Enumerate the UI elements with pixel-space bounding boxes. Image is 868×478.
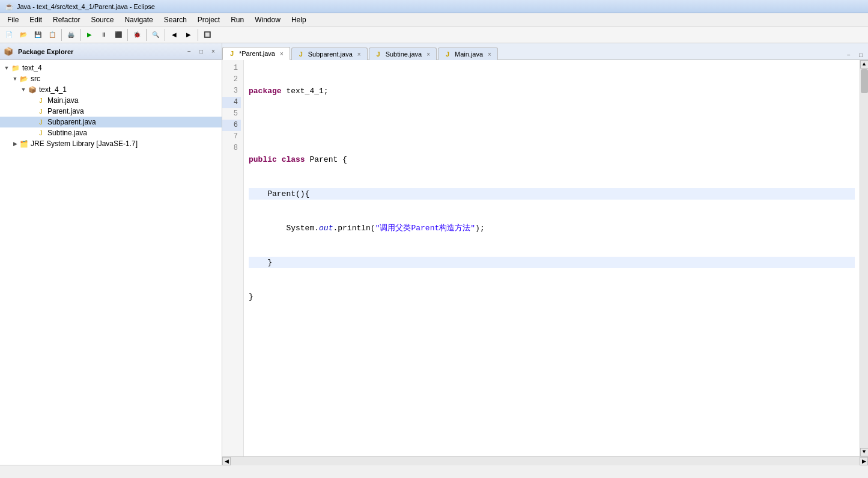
menu-source[interactable]: Source bbox=[86, 14, 118, 25]
menu-search[interactable]: Search bbox=[159, 14, 192, 25]
menu-run[interactable]: Run bbox=[226, 14, 249, 25]
line-num-7: 7 bbox=[222, 131, 241, 142]
code-line-8 bbox=[249, 325, 855, 337]
code-line-7: } bbox=[249, 291, 855, 302]
save-button[interactable]: 💾 bbox=[31, 28, 44, 41]
panel-close-icon[interactable]: × bbox=[208, 47, 218, 57]
tree-label-text41: text_4_1 bbox=[39, 85, 67, 94]
java-file-subtine-icon: J bbox=[36, 128, 46, 138]
tree-item-text41[interactable]: ▼ 📦 text_4_1 bbox=[0, 84, 222, 95]
print-button[interactable]: 🖨️ bbox=[64, 28, 77, 41]
editor-minimize-icon[interactable]: − bbox=[844, 50, 854, 60]
menu-file[interactable]: File bbox=[2, 14, 23, 25]
window-title: Java - text_4/src/text_4_1/Parent.java -… bbox=[17, 3, 155, 10]
tree-arrow-main: ▶ bbox=[28, 96, 36, 105]
code-line-5: System.out.println("调用父类Parent构造方法"); bbox=[249, 222, 855, 234]
pause-button[interactable]: ⏸ bbox=[97, 28, 111, 41]
toolbar-sep-3 bbox=[127, 29, 128, 41]
tree-arrow-src: ▼ bbox=[11, 75, 19, 83]
perspective-button[interactable]: 🔲 bbox=[201, 28, 214, 41]
hscroll-right-btn[interactable]: ▶ bbox=[860, 457, 868, 465]
tree-item-src[interactable]: ▼ 📂 src bbox=[0, 73, 222, 84]
tree-item-subtine[interactable]: ▶ J Subtine.java bbox=[0, 127, 222, 138]
tree-label-jre: JRE System Library [JavaSE-1.7] bbox=[31, 139, 138, 148]
menu-project[interactable]: Project bbox=[193, 14, 225, 25]
tree-item-parent[interactable]: ▶ J Parent.java bbox=[0, 106, 222, 117]
menu-refactor[interactable]: Refactor bbox=[48, 14, 85, 25]
tree-label-src: src bbox=[31, 75, 40, 83]
tab-main-label: Main.java bbox=[455, 51, 483, 58]
debug-button[interactable]: 🐞 bbox=[130, 28, 144, 41]
tree-label-subparent: Subparent.java bbox=[47, 118, 96, 126]
tree-arrow-subtine: ▶ bbox=[28, 129, 36, 137]
line-num-6: 6 bbox=[222, 120, 241, 131]
prev-button[interactable]: ◀ bbox=[168, 28, 181, 41]
menu-window[interactable]: Window bbox=[250, 14, 285, 25]
java-file-main-icon: J bbox=[36, 96, 46, 105]
tree-arrow-text41: ▼ bbox=[19, 85, 28, 94]
menu-help[interactable]: Help bbox=[287, 14, 311, 25]
editor-area: J *Parent.java × J Subparent.java × J Su… bbox=[222, 43, 868, 465]
line-numbers: 1 2 3 4 5 6 7 8 bbox=[222, 60, 244, 456]
toolbar-sep-4 bbox=[146, 29, 147, 41]
tab-subtine-java-icon: J bbox=[374, 50, 383, 58]
code-editor[interactable]: 1 2 3 4 5 6 7 8 package text_4_1; public… bbox=[222, 60, 868, 456]
main-layout: 📦 Package Explorer − □ × ▼ 📁 text_4 ▼ 📂 … bbox=[0, 43, 868, 465]
tab-subtine[interactable]: J Subtine.java × bbox=[369, 47, 437, 60]
line-num-4: 4 bbox=[222, 97, 241, 108]
src-folder-icon: 📂 bbox=[19, 74, 29, 84]
code-line-4: Parent(){ bbox=[249, 188, 855, 200]
hscroll-left-btn[interactable]: ◀ bbox=[222, 457, 231, 465]
open-button[interactable]: 📂 bbox=[17, 28, 30, 41]
tabs-bar: J *Parent.java × J Subparent.java × J Su… bbox=[222, 43, 868, 60]
stop-button[interactable]: ⬛ bbox=[112, 28, 125, 41]
next-button[interactable]: ▶ bbox=[182, 28, 195, 41]
vscroll-track bbox=[860, 69, 869, 448]
menu-edit[interactable]: Edit bbox=[25, 14, 47, 25]
tab-parent-close[interactable]: × bbox=[280, 51, 284, 57]
code-line-6: } bbox=[249, 257, 855, 268]
code-line-3: public class Parent { bbox=[249, 154, 855, 165]
search-button[interactable]: 🔍 bbox=[149, 28, 162, 41]
run-button[interactable]: ▶ bbox=[83, 28, 96, 41]
toolbar-sep-1 bbox=[61, 29, 62, 41]
panel-minimize-icon[interactable]: − bbox=[184, 47, 194, 57]
tab-parent[interactable]: J *Parent.java × bbox=[222, 47, 290, 60]
tree-item-jre[interactable]: ▶ 🗂️ JRE System Library [JavaSE-1.7] bbox=[0, 138, 222, 149]
menu-navigate[interactable]: Navigate bbox=[120, 14, 157, 25]
line-num-2: 2 bbox=[222, 74, 241, 85]
toolbar-sep-5 bbox=[165, 29, 165, 41]
vscroll-up-btn[interactable]: ▲ bbox=[860, 60, 869, 69]
editor-maximize-icon[interactable]: □ bbox=[856, 50, 866, 60]
code-line-2 bbox=[249, 120, 855, 131]
tree-arrow-text4: ▼ bbox=[2, 64, 11, 72]
panel-maximize-icon[interactable]: □ bbox=[196, 47, 206, 57]
jre-icon: 🗂️ bbox=[19, 139, 29, 149]
line-num-5: 5 bbox=[222, 108, 241, 120]
tree-label-text4: text_4 bbox=[22, 64, 42, 72]
tree-item-text4[interactable]: ▼ 📁 text_4 bbox=[0, 63, 222, 73]
package-icon: 📦 bbox=[28, 85, 37, 94]
tab-subparent-label: Subparent.java bbox=[308, 51, 353, 58]
java-file-parent-icon: J bbox=[36, 106, 46, 116]
tab-subtine-close[interactable]: × bbox=[426, 51, 430, 58]
tab-subparent[interactable]: J Subparent.java × bbox=[291, 47, 368, 60]
tab-main-close[interactable]: × bbox=[488, 51, 491, 58]
new-button[interactable]: 📄 bbox=[2, 28, 16, 41]
tree-label-main: Main.java bbox=[47, 96, 78, 105]
tree-item-subparent[interactable]: ▶ J Subparent.java bbox=[0, 117, 222, 127]
tree-arrow-parent: ▶ bbox=[28, 107, 36, 115]
code-content[interactable]: package text_4_1; public class Parent { … bbox=[244, 60, 860, 456]
tree-label-subtine: Subtine.java bbox=[47, 129, 87, 137]
toolbar-sep-6 bbox=[198, 29, 198, 41]
save-all-button[interactable]: 📋 bbox=[46, 28, 59, 41]
tree-item-main[interactable]: ▶ J Main.java bbox=[0, 95, 222, 106]
toolbar-sep-2 bbox=[80, 29, 80, 41]
code-line-1: package text_4_1; bbox=[249, 85, 855, 97]
editor-scrollbar-right[interactable]: ▲ ▼ bbox=[860, 60, 868, 456]
package-explorer-icon: 📦 bbox=[4, 47, 13, 56]
vscroll-thumb[interactable] bbox=[861, 69, 868, 93]
tab-main[interactable]: J Main.java × bbox=[438, 47, 498, 60]
tab-subparent-close[interactable]: × bbox=[357, 51, 361, 58]
vscroll-down-btn[interactable]: ▼ bbox=[860, 448, 869, 456]
